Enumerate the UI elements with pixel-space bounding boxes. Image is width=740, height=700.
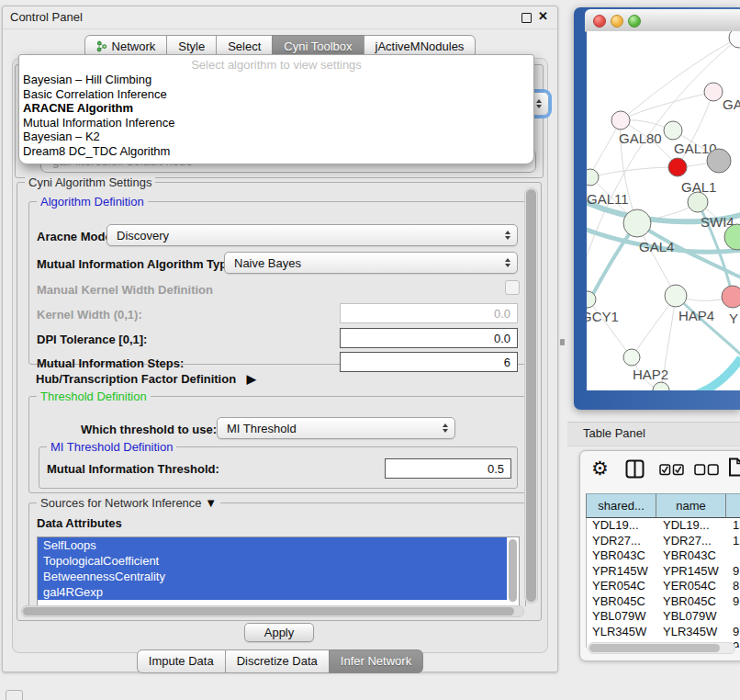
mac-minimize-icon[interactable]	[611, 15, 623, 28]
table-row[interactable]: YDR27...YDR27...12	[587, 534, 740, 549]
column-header-shared[interactable]: shared...	[586, 493, 656, 518]
mac-zoom-icon[interactable]	[628, 15, 641, 28]
combo-spinner-icon	[536, 99, 542, 108]
mi-type-combobox[interactable]: Naive Bayes	[224, 252, 518, 274]
gear-icon[interactable]: ⚙	[591, 458, 609, 478]
table-row[interactable]: YDL19...YDL19...13	[587, 518, 740, 534]
panel-title: Control Panel	[10, 10, 83, 24]
attribute-item-gal4rgexp[interactable]: gal4RGexp	[38, 584, 507, 600]
network-node[interactable]	[653, 382, 669, 390]
table-row[interactable]: YPR145WYPR145W9.	[587, 564, 740, 580]
mi-type-value: Naive Bayes	[234, 256, 301, 270]
table-horizontal-scrollbar[interactable]	[588, 642, 735, 654]
sources-legend-toggle[interactable]: Sources for Network Inference ▼	[37, 496, 220, 510]
network-node-label: HAP4	[678, 308, 714, 323]
tab-discretize-data[interactable]: Discretize Data	[225, 649, 330, 673]
cyni-bottom-tabs: Impute DataDiscretize DataInfer Network	[3, 649, 557, 673]
sources-fieldset: Sources for Network Inference ▼ Data Att…	[28, 502, 526, 606]
manual-kernel-checkbox[interactable]	[505, 280, 520, 295]
tab-impute-data[interactable]: Impute Data	[137, 649, 226, 673]
select-columns-icon[interactable]	[659, 463, 685, 480]
network-canvas[interactable]: GALGAL80GAL10GAL1GAL11SWI4GAL4GCY1HAP4YH…	[587, 31, 740, 390]
network-node-gal[interactable]	[704, 83, 723, 101]
network-node-hap2[interactable]	[623, 349, 640, 366]
dropdown-item-dream8-dc-tdc-algorithm[interactable]: Dream8 DC_TDC Algorithm	[19, 144, 533, 159]
dropdown-item-bayesian-k2[interactable]: Bayesian – K2	[19, 130, 533, 144]
settings-horizontal-scrollbar[interactable]	[21, 605, 524, 617]
dropdown-item-basic-correlation-inference[interactable]: Basic Correlation Inference	[19, 87, 533, 102]
network-node-swi4[interactable]	[688, 192, 708, 212]
network-node-gal1[interactable]	[668, 158, 687, 176]
dropdown-item-bayesian-hill-climbing[interactable]: Bayesian – Hill Climbing	[19, 73, 533, 87]
collapsed-arrow-icon[interactable]: ▶	[247, 372, 256, 386]
dpi-tolerance-label: DPI Tolerance [0,1]:	[37, 333, 147, 346]
algorithm-dropdown-list: Select algorithm to view settings Bayesi…	[18, 54, 534, 164]
table-row[interactable]: YER054CYER054C8.	[587, 579, 740, 594]
hub-definition-label: Hub/Transcription Factor Definition	[36, 372, 236, 386]
table-row[interactable]: YLR345WYLR345W9.	[587, 625, 740, 640]
table-row[interactable]: YBR045CYBR045C9.	[587, 594, 740, 610]
mi-steps-input[interactable]: 6	[340, 352, 518, 372]
manual-kernel-label: Manual Kernel Width Definition	[37, 283, 213, 297]
aracne-mode-combobox[interactable]: Discovery	[107, 224, 518, 246]
table-cell: YLR345W	[657, 625, 727, 640]
table-cell: YBR043C	[587, 548, 657, 564]
attribute-item-betweennesscentrality[interactable]: BetweennessCentrality	[38, 569, 507, 584]
which-threshold-value: MI Threshold	[227, 422, 297, 435]
table-cell: YER054C	[587, 579, 657, 594]
mac-close-icon[interactable]	[593, 15, 606, 28]
network-node-hap4[interactable]	[665, 285, 687, 307]
network-window-titlebar[interactable]	[585, 9, 740, 32]
attribute-item-selfloops[interactable]: SelfLoops	[38, 537, 507, 553]
apply-button[interactable]: Apply	[244, 623, 314, 642]
attribute-item-topologicalcoefficient[interactable]: TopologicalCoefficient	[38, 553, 507, 569]
network-node-label: Y	[729, 310, 738, 326]
network-node-label: HAP2	[633, 367, 668, 382]
network-graph-icon	[96, 40, 107, 52]
node-table: shared...nameA YDL19...YDL19...13YDR27..…	[586, 493, 740, 648]
table-cell: YBR045C	[657, 594, 727, 610]
network-node-gal80[interactable]	[611, 111, 630, 130]
hub-definition-toggle[interactable]: Hub/Transcription Factor Definition ▶	[36, 372, 256, 386]
expanded-arrow-icon[interactable]: ▼	[205, 496, 217, 510]
dpi-tolerance-input[interactable]: 0.0	[340, 328, 518, 348]
split-columns-icon[interactable]	[625, 459, 645, 482]
float-window-icon[interactable]	[521, 13, 532, 23]
table-cell: 13	[727, 518, 740, 534]
network-node-gal11[interactable]	[587, 169, 599, 186]
close-icon[interactable]: ✕	[538, 9, 548, 23]
column-header-a[interactable]: A	[726, 493, 740, 518]
table-row[interactable]: YBR043CYBR043C	[587, 548, 740, 564]
control-panel-titlebar: Control Panel ✕	[3, 6, 557, 29]
which-threshold-combobox[interactable]: MI Threshold	[217, 417, 455, 439]
minimized-panel-icon[interactable]	[6, 690, 23, 700]
network-node-gal4[interactable]	[623, 209, 651, 237]
table-cell	[727, 548, 740, 564]
combo-spinner-icon	[443, 423, 448, 433]
tab-label: Cyni Toolbox	[284, 40, 352, 53]
dropdown-item-aracne-algorithm[interactable]: ARACNE Algorithm	[19, 101, 533, 116]
threshold-definition-legend: Threshold Definition	[37, 390, 151, 403]
network-node-y[interactable]	[722, 286, 740, 308]
table-panel: ⚙ shared...nameA YDL19...YDL19...13YDR27…	[579, 450, 740, 661]
table-row[interactable]: YBL079WYBL079W	[587, 609, 740, 625]
attributes-scrollbar[interactable]	[508, 538, 518, 604]
mi-threshold-input[interactable]: 0.5	[385, 458, 511, 479]
kernel-width-input[interactable]: 0.0	[340, 303, 518, 323]
column-header-name[interactable]: name	[656, 493, 726, 518]
tab-label: jActiveMNodules	[376, 40, 465, 53]
mi-steps-label: Mutual Information Steps:	[37, 356, 184, 370]
table-cell	[727, 609, 740, 625]
deselect-columns-icon[interactable]	[694, 463, 720, 480]
panel-resize-grip[interactable]	[560, 339, 565, 345]
network-node-gal10[interactable]	[664, 121, 682, 140]
network-node[interactable]	[707, 149, 731, 173]
mi-threshold-legend: MI Threshold Definition	[47, 440, 176, 454]
data-attributes-list[interactable]: SelfLoopsTopologicalCoefficientBetweenne…	[37, 536, 520, 606]
new-table-icon[interactable]	[728, 457, 740, 480]
tab-infer-network[interactable]: Infer Network	[329, 649, 423, 673]
mi-threshold-label: Mutual Information Threshold:	[47, 462, 219, 476]
dropdown-item-mutual-information-inference[interactable]: Mutual Information Inference	[19, 116, 533, 130]
table-cell: YPR145W	[657, 564, 727, 580]
settings-vertical-scrollbar[interactable]	[524, 187, 538, 604]
